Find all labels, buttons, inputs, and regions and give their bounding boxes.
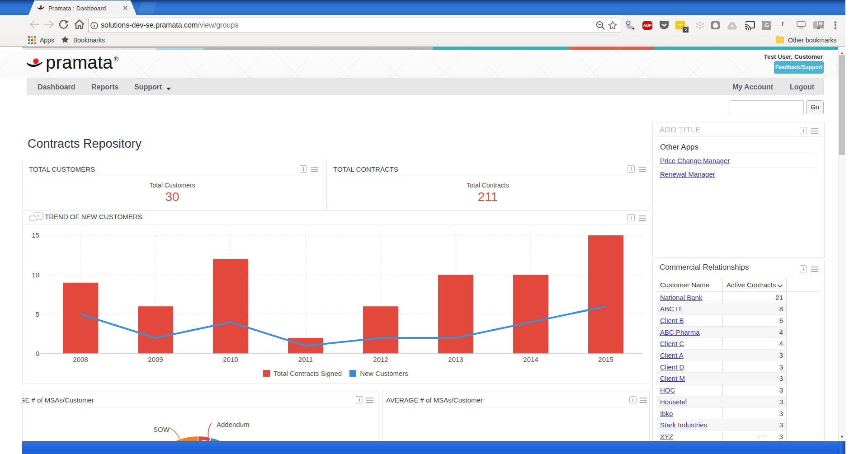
svg-text:Addendum: Addendum: [217, 421, 250, 428]
svg-text:2008: 2008: [73, 356, 88, 363]
svg-text:2010: 2010: [223, 356, 238, 363]
svg-text:SOW: SOW: [153, 426, 170, 433]
svg-text:2011: 2011: [298, 356, 313, 363]
svg-text:2014: 2014: [523, 356, 538, 363]
svg-text:2015: 2015: [598, 356, 613, 363]
svg-text:0: 0: [36, 350, 39, 357]
svg-text:15: 15: [32, 231, 39, 239]
svg-text:2012: 2012: [373, 356, 388, 363]
svg-text:2009: 2009: [148, 356, 163, 363]
svg-text:5: 5: [36, 310, 39, 318]
svg-text:10: 10: [32, 271, 39, 279]
svg-text:2013: 2013: [448, 356, 463, 363]
